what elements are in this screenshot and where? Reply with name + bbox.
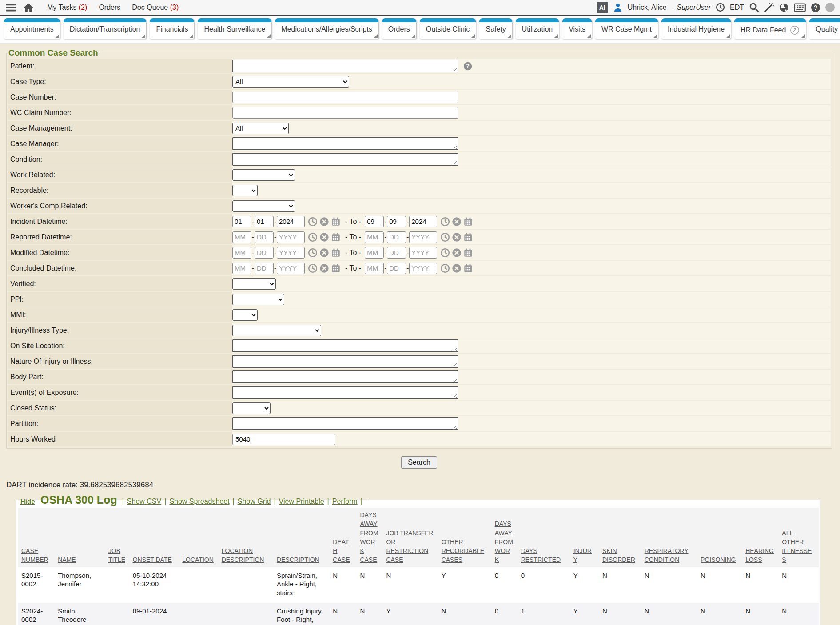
ppi-select[interactable] <box>232 294 284 305</box>
concluded_datetime-to-clock-icon[interactable] <box>440 263 450 273</box>
column-header-location[interactable]: LOCATION <box>179 508 218 567</box>
column-header-other-recordable-cases[interactable]: OTHER RECORDABLE CASES <box>438 508 491 567</box>
tab-safety[interactable]: Safety <box>479 18 512 39</box>
incident_datetime-from-clear-icon[interactable] <box>319 217 329 227</box>
mmi-select[interactable] <box>232 309 258 321</box>
condition-input[interactable] <box>232 153 458 166</box>
help-icon[interactable]: ? <box>811 3 820 12</box>
column-header-injury[interactable]: INJURY <box>570 508 599 567</box>
nature_of_injury_or_illness-input[interactable] <box>232 355 458 368</box>
magic-wand-icon[interactable] <box>764 2 774 12</box>
column-header-all-other-illnesses[interactable]: ALL OTHER ILLNESSES <box>778 508 819 567</box>
column-header-poisoning[interactable]: POISONING <box>697 508 742 567</box>
modified_datetime-from-clear-icon[interactable] <box>319 248 329 258</box>
clock-icon[interactable] <box>716 3 725 12</box>
column-header-days-away-from-work-case[interactable]: DAYS AWAY FROM WORK CASE <box>356 508 382 567</box>
hours_worked-input[interactable] <box>232 434 335 445</box>
modified_datetime-from-calendar-icon[interactable] <box>331 248 341 258</box>
reported_datetime-to-day-input[interactable] <box>387 231 406 243</box>
column-header-name[interactable]: NAME <box>54 508 105 567</box>
incident_datetime-to-calendar-icon[interactable] <box>463 217 473 227</box>
modified_datetime-to-day-input[interactable] <box>387 247 406 259</box>
hide-link[interactable]: Hide <box>20 498 35 505</box>
nav-orders[interactable]: Orders <box>99 4 120 12</box>
patient-input[interactable] <box>232 60 458 72</box>
concluded_datetime-to-month-input[interactable] <box>365 263 384 274</box>
tab-health-surveillance[interactable]: Health Surveillance <box>198 18 271 39</box>
verified-select[interactable] <box>232 278 276 290</box>
reported_datetime-to-calendar-icon[interactable] <box>463 232 473 242</box>
tab-quality-of-care[interactable]: Quality of Care <box>809 18 840 39</box>
modified_datetime-from-day-input[interactable] <box>255 247 274 259</box>
reported_datetime-from-day-input[interactable] <box>255 231 274 243</box>
concluded_datetime-from-day-input[interactable] <box>255 263 274 274</box>
case_type-select[interactable]: All <box>232 76 349 88</box>
events_of_exposure-input[interactable] <box>232 386 458 399</box>
work_related-select[interactable] <box>232 169 295 181</box>
reported_datetime-to-clear-icon[interactable] <box>452 232 462 242</box>
tab-orders[interactable]: Orders <box>382 18 416 39</box>
column-header-death-case[interactable]: DEATH CASE <box>329 508 356 567</box>
tab-financials[interactable]: Financials <box>150 18 194 39</box>
show-csv-link[interactable]: Show CSV <box>127 498 161 505</box>
workers_comp_related-select[interactable] <box>232 200 295 212</box>
modified_datetime-to-clock-icon[interactable] <box>440 248 450 258</box>
concluded_datetime-to-clear-icon[interactable] <box>452 263 462 273</box>
reported_datetime-to-clock-icon[interactable] <box>440 232 450 242</box>
case_management-select[interactable]: All <box>232 123 289 134</box>
perform-link[interactable]: Perform <box>332 498 358 505</box>
column-header-location-description[interactable]: LOCATION DESCRIPTION <box>218 508 273 567</box>
status-circle-icon[interactable] <box>825 3 835 12</box>
table-row[interactable]: S2015-0002Thompson, Jennifer05-10-2024 1… <box>18 567 819 603</box>
column-header-hearing-loss[interactable]: HEARING LOSS <box>742 508 778 567</box>
tab-medications-allergies-scripts[interactable]: Medications/Allergies/Scripts <box>275 18 378 39</box>
patient-help-icon[interactable]: ? <box>463 62 472 71</box>
show-grid-link[interactable]: Show Grid <box>238 498 271 505</box>
column-header-job-title[interactable]: JOB TITLE <box>105 508 129 567</box>
reported_datetime-from-month-input[interactable] <box>232 231 251 243</box>
concluded_datetime-from-clock-icon[interactable] <box>308 263 318 273</box>
home-icon[interactable] <box>23 3 34 12</box>
modified_datetime-to-clear-icon[interactable] <box>452 248 462 258</box>
incident_datetime-from-month-input[interactable] <box>232 216 251 227</box>
modified_datetime-to-calendar-icon[interactable] <box>463 248 473 258</box>
concluded_datetime-from-year-input[interactable] <box>277 263 305 274</box>
closed_status-select[interactable] <box>232 402 271 414</box>
view-printable-link[interactable]: View Printable <box>279 498 324 505</box>
incident_datetime-to-clock-icon[interactable] <box>440 217 450 227</box>
modified_datetime-from-month-input[interactable] <box>232 247 251 259</box>
reported_datetime-to-year-input[interactable] <box>409 231 437 243</box>
globe-icon[interactable] <box>779 3 789 12</box>
concluded_datetime-from-month-input[interactable] <box>232 263 251 274</box>
table-row[interactable]: S2024-0002Smith, Theodore09-01-2024Crush… <box>18 603 819 625</box>
reported_datetime-from-calendar-icon[interactable] <box>331 232 341 242</box>
column-header-days-away-from-work[interactable]: DAYS AWAY FROM WORK <box>491 508 518 567</box>
concluded_datetime-to-calendar-icon[interactable] <box>463 263 473 273</box>
incident_datetime-to-year-input[interactable] <box>409 216 437 227</box>
concluded_datetime-to-day-input[interactable] <box>387 263 406 274</box>
on_site_location-input[interactable] <box>232 339 458 352</box>
user-name[interactable]: Uhrick, Alice <box>628 4 667 12</box>
column-header-description[interactable]: DESCRIPTION <box>273 508 329 567</box>
case_manager-input[interactable] <box>232 137 458 150</box>
keyboard-icon[interactable] <box>794 3 806 12</box>
search-icon[interactable] <box>749 2 759 12</box>
recordable-select[interactable] <box>232 185 258 196</box>
partition-input[interactable] <box>232 417 458 430</box>
tab-appointments[interactable]: Appointments <box>4 18 60 39</box>
column-header-days-restricted[interactable]: DAYS RESTRICTED <box>518 508 570 567</box>
incident_datetime-to-day-input[interactable] <box>387 216 406 227</box>
concluded_datetime-from-clear-icon[interactable] <box>319 263 329 273</box>
tab-industrial-hygiene[interactable]: Industrial Hygiene <box>661 18 731 39</box>
concluded_datetime-to-year-input[interactable] <box>409 263 437 274</box>
reported_datetime-to-month-input[interactable] <box>365 231 384 243</box>
modified_datetime-to-year-input[interactable] <box>409 247 437 259</box>
wc_claim_number-input[interactable] <box>232 107 458 119</box>
column-header-skin-disorder[interactable]: SKIN DISORDER <box>599 508 641 567</box>
external-link-icon[interactable] <box>790 25 800 35</box>
body_part-input[interactable] <box>232 370 458 383</box>
incident_datetime-to-month-input[interactable] <box>365 216 384 227</box>
modified_datetime-from-year-input[interactable] <box>277 247 305 259</box>
tab-outside-clinic[interactable]: Outside Clinic <box>420 18 476 39</box>
nav-doc-queue[interactable]: Doc Queue (3) <box>132 4 179 12</box>
